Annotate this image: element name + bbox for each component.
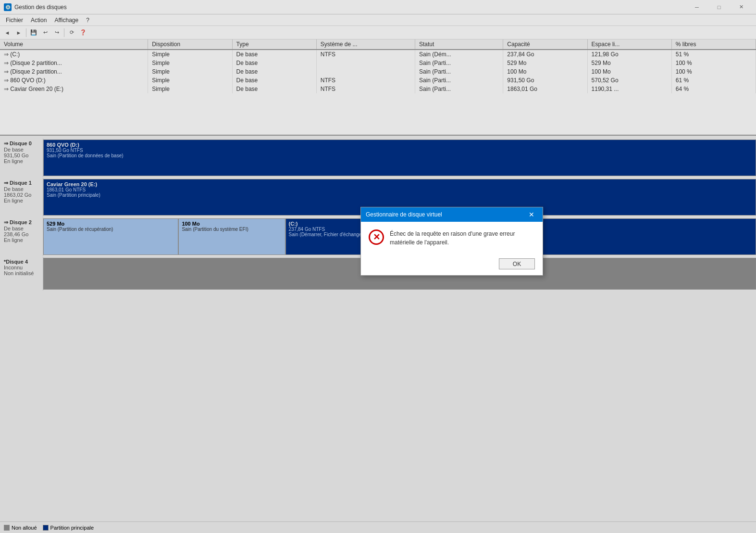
disk-0-name: ⇒ Disque 0 (4, 140, 39, 147)
col-disposition[interactable]: Disposition (148, 39, 232, 50)
close-button[interactable]: ✕ (730, 0, 752, 14)
table-cell: NTFS (316, 76, 415, 85)
disk-2-part-0-name: 529 Mo (47, 221, 175, 227)
disk-1-part-0-detail2: Sain (Partition principale) (47, 192, 753, 198)
disk-2-partition-0[interactable]: 529 Mo Sain (Partition de récupération) (44, 219, 179, 254)
toolbar-redo[interactable]: ↪ (51, 27, 62, 38)
dialog-close-button[interactable]: ✕ (525, 208, 538, 221)
table-cell: ⇒ (Disque 2 partition... (0, 67, 148, 76)
disk-1-size: 1863,02 Go (4, 192, 39, 198)
app-icon: 💿 (4, 3, 12, 11)
disk-2-type: De base (4, 226, 39, 231)
toolbar-sep1 (26, 28, 26, 37)
toolbar-help[interactable]: ❓ (78, 27, 88, 38)
legend-primary-color (43, 525, 49, 531)
dialog-footer: OK (361, 254, 543, 275)
window-title: Gestion des disques (14, 4, 686, 11)
toolbar-save[interactable]: 💾 (28, 27, 39, 38)
disk-4-type: Inconnu (4, 265, 39, 270)
maximize-button[interactable]: □ (708, 0, 730, 14)
col-volume[interactable]: Volume (0, 39, 148, 50)
toolbar-back[interactable]: ◄ (2, 27, 12, 38)
disk-2-size: 238,46 Go (4, 231, 39, 237)
table-cell: 100 Mo (503, 67, 587, 76)
table-row[interactable]: ⇒ (Disque 2 partition...SimpleDe baseSai… (0, 67, 756, 76)
dialog-title: Gestionnaire de disque virtuel (366, 211, 525, 218)
table-cell (316, 67, 415, 76)
table-cell: 529 Mo (503, 59, 587, 67)
dialog-title-bar: Gestionnaire de disque virtuel ✕ (361, 207, 543, 222)
disk-2-name: ⇒ Disque 2 (4, 219, 39, 226)
disk-0-size: 931,50 Go (4, 152, 39, 158)
volume-table-area: Volume Disposition Type Système de ... S… (0, 39, 756, 136)
status-bar: Non alloué Partition principale (0, 521, 756, 533)
disk-arrow: ⇒ (4, 86, 10, 92)
col-type[interactable]: Type (232, 39, 316, 50)
disk-row-0: ⇒ Disque 0 De base 931,50 Go En ligne 86… (0, 139, 756, 177)
dialog-ok-button[interactable]: OK (499, 258, 535, 269)
toolbar-undo[interactable]: ↩ (40, 27, 50, 38)
toolbar: ◄ ► 💾 ↩ ↪ ⟳ ❓ (0, 26, 756, 39)
disk-arrow: ⇒ (4, 68, 10, 75)
table-cell: Sain (Parti... (415, 85, 503, 93)
table-row[interactable]: ⇒ Caviar Green 20 (E:)SimpleDe baseNTFSS… (0, 85, 756, 93)
error-x-mark: ✕ (373, 233, 380, 241)
toolbar-refresh[interactable]: ⟳ (66, 27, 77, 38)
table-cell: 931,50 Go (503, 76, 587, 85)
table-cell: 570,52 Go (587, 76, 671, 85)
disk-0-partitions: 860 QVO (D:) 931,50 Go NTFS Sain (Partit… (43, 140, 756, 176)
table-cell: ⇒ (Disque 2 partition... (0, 59, 148, 67)
table-cell: ⇒ (C:) (0, 50, 148, 59)
disk-2-part-1-detail2: Sain (Partition du système EFI) (182, 227, 282, 232)
table-row[interactable]: ⇒ 860 QVO (D:)SimpleDe baseNTFSSain (Par… (0, 76, 756, 85)
disk-4-label: *Disque 4 Inconnu Non initialisé (0, 257, 43, 291)
table-cell: Simple (148, 67, 232, 76)
table-cell: Simple (148, 85, 232, 93)
table-cell: 529 Mo (587, 59, 671, 67)
col-espace[interactable]: Espace li... (587, 39, 671, 50)
menu-action[interactable]: Action (27, 14, 50, 26)
menu-help[interactable]: ? (82, 14, 93, 26)
legend-primary: Partition principale (43, 525, 94, 531)
legend-unallocated: Non alloué (4, 525, 37, 531)
disk-0-status: En ligne (4, 158, 39, 164)
table-cell: Sain (Parti... (415, 76, 503, 85)
toolbar-forward[interactable]: ► (13, 27, 24, 38)
disk-1-type: De base (4, 186, 39, 192)
table-cell: De base (232, 67, 316, 76)
disk-arrow: ⇒ (4, 51, 10, 58)
error-dialog: Gestionnaire de disque virtuel ✕ ✕ Échec… (360, 207, 543, 276)
table-row[interactable]: ⇒ (Disque 2 partition...SimpleDe baseSai… (0, 59, 756, 67)
menu-fichier[interactable]: Fichier (2, 14, 27, 26)
table-cell: Sain (Dém... (415, 50, 503, 59)
disk-2-part-1-name: 100 Mo (182, 221, 282, 227)
table-cell (316, 59, 415, 67)
disk-2-status: En ligne (4, 237, 39, 243)
legend-unallocated-label: Non alloué (12, 525, 37, 531)
legend-primary-label: Partition principale (50, 525, 94, 531)
table-cell: Simple (148, 59, 232, 67)
disk-0-part-0-detail2: Sain (Partition de données de base) (47, 153, 753, 158)
col-statut[interactable]: Statut (415, 39, 503, 50)
col-systeme[interactable]: Système de ... (316, 39, 415, 50)
window-controls: ─ □ ✕ (686, 0, 752, 14)
col-pct[interactable]: % libres (671, 39, 756, 50)
disk-2-part-0-detail2: Sain (Partition de récupération) (47, 227, 175, 232)
table-cell: 61 % (671, 76, 756, 85)
menu-affichage[interactable]: Affichage (50, 14, 82, 26)
title-bar: 💿 Gestion des disques ─ □ ✕ (0, 0, 756, 14)
disk-arrow: ⇒ (4, 77, 10, 84)
table-cell: De base (232, 76, 316, 85)
disk-0-label: ⇒ Disque 0 De base 931,50 Go En ligne (0, 139, 43, 177)
table-cell: 64 % (671, 85, 756, 93)
disk-arrow: ⇒ (4, 60, 10, 66)
table-cell: Simple (148, 50, 232, 59)
col-capacite[interactable]: Capacité (503, 39, 587, 50)
minimize-button[interactable]: ─ (686, 0, 708, 14)
disk-map-area: ⇒ Disque 0 De base 931,50 Go En ligne 86… (0, 136, 756, 521)
disk-1-label: ⇒ Disque 1 De base 1863,02 Go En ligne (0, 178, 43, 216)
disk-2-partition-1[interactable]: 100 Mo Sain (Partition du système EFI) (179, 219, 285, 254)
table-row[interactable]: ⇒ (C:)SimpleDe baseNTFSSain (Dém...237,8… (0, 50, 756, 59)
disk-0-partition-0[interactable]: 860 QVO (D:) 931,50 Go NTFS Sain (Partit… (44, 140, 756, 176)
table-cell: NTFS (316, 50, 415, 59)
